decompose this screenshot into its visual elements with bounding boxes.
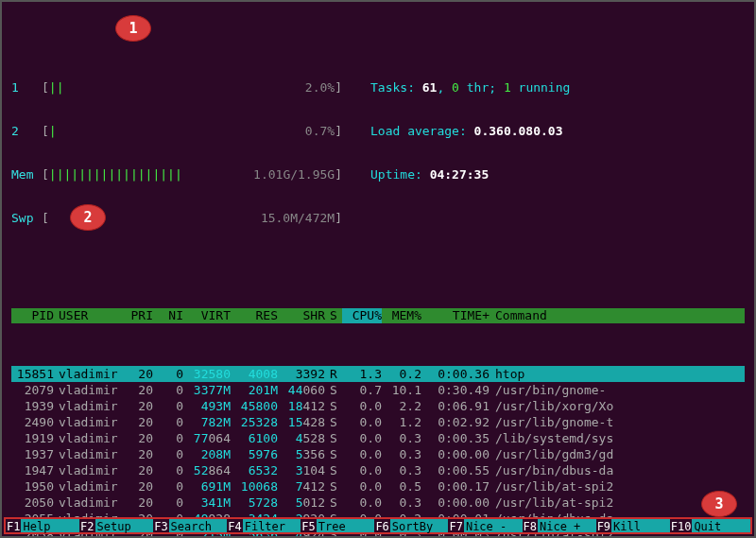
uptime-value: 04:27:35: [430, 167, 490, 182]
swp-meter: Swp[15.0M/472M]: [11, 211, 342, 226]
mem-bars: ||||||||||||||||||: [49, 167, 182, 182]
process-row[interactable]: 15851vladimir2003258040083392R1.30.20:00…: [11, 366, 745, 382]
process-row[interactable]: 2079vladimir2003377M201M44060S0.710.10:3…: [11, 382, 745, 398]
process-row[interactable]: 1919vladimir2007706461004528S0.00.30:00.…: [11, 430, 745, 446]
cpu1-label: 1: [11, 80, 42, 95]
mem-value: 1.01G/1.95G: [253, 167, 335, 182]
header-block: 1[||2.0%] 2[|0.7%] Mem[|||||||||||||||||…: [11, 52, 745, 254]
callout-3: 3: [701, 491, 737, 517]
tasks-thr: 0: [452, 80, 459, 95]
cpu1-meter: 1[||2.0%]: [11, 80, 342, 95]
fkey-f8[interactable]: F8: [523, 519, 538, 532]
hdr-res[interactable]: RES: [231, 308, 278, 323]
fkey-label-f4[interactable]: Filter: [243, 519, 301, 532]
hdr-user[interactable]: USER: [54, 308, 120, 323]
process-row[interactable]: 2490vladimir200782M2532815428S0.01.20:02…: [11, 414, 745, 430]
fkey-label-f1[interactable]: Help: [21, 519, 79, 532]
callout-2: 2: [70, 204, 106, 231]
fkey-label-f7[interactable]: Nice -: [464, 519, 523, 532]
mem-label: Mem: [11, 167, 42, 182]
hdr-pid[interactable]: PID: [11, 308, 54, 323]
fkey-label-f2[interactable]: Setup: [95, 519, 154, 532]
tasks-total: 61: [422, 80, 438, 95]
cpu1-bars: ||: [49, 80, 64, 95]
hdr-shr[interactable]: SHR: [278, 308, 325, 323]
uptime-label: Uptime:: [370, 167, 430, 182]
process-row[interactable]: 2050vladimir200341M57285012S0.00.30:00.0…: [11, 495, 745, 511]
cpu2-label: 2: [11, 124, 42, 139]
fkey-label-f6[interactable]: SortBy: [390, 519, 449, 532]
cpu2-meter: 2[|0.7%]: [11, 124, 342, 139]
load5: 0.08: [504, 124, 533, 139]
swp-label: Swp: [11, 211, 42, 226]
fkey-label-f8[interactable]: Nice +: [538, 519, 596, 532]
load1: 0.36: [474, 124, 504, 139]
fkey-label-f5[interactable]: Tree: [317, 519, 375, 532]
process-list[interactable]: 15851vladimir2003258040083392R1.30.20:00…: [11, 366, 745, 538]
hdr-mem[interactable]: MEM%: [382, 308, 421, 323]
fkey-f9[interactable]: F9: [596, 519, 611, 532]
cpu2-value: 0.7%: [305, 124, 335, 139]
fkey-f6[interactable]: F6: [374, 519, 389, 532]
process-header[interactable]: PID USER PRI NI VIRT RES SHR S CPU% MEM%…: [11, 308, 745, 323]
load-label: Load average:: [370, 124, 474, 139]
fkey-f3[interactable]: F3: [153, 519, 168, 532]
process-row[interactable]: 1939vladimir200493M4580018412S0.02.20:06…: [11, 398, 745, 414]
tasks-label: Tasks:: [370, 80, 422, 95]
load15: 0.03: [533, 124, 562, 139]
htop-window: 1[||2.0%] 2[|0.7%] Mem[|||||||||||||||||…: [2, 2, 754, 538]
fkey-label-f9[interactable]: Kill: [611, 519, 670, 532]
function-key-bar[interactable]: F1Help F2Setup F3SearchF4FilterF5Tree F6…: [4, 517, 752, 534]
hdr-ni[interactable]: NI: [153, 308, 183, 323]
callout-1: 1: [115, 15, 151, 42]
swp-value: 15.0M/472M: [261, 211, 335, 226]
hdr-cmd[interactable]: Command: [490, 308, 745, 323]
fkey-f10[interactable]: F10: [670, 519, 693, 532]
hdr-time[interactable]: TIME+: [421, 308, 490, 323]
mem-meter: Mem[||||||||||||||||||1.01G/1.95G]: [11, 167, 342, 182]
fkey-label-f3[interactable]: Search: [169, 519, 228, 532]
meters-panel: 1[||2.0%] 2[|0.7%] Mem[|||||||||||||||||…: [11, 52, 342, 254]
hdr-pri[interactable]: PRI: [120, 308, 153, 323]
cpu1-value: 2.0%: [305, 80, 335, 95]
process-row[interactable]: 1950vladimir200691M100687412S0.00.50:00.…: [11, 478, 745, 495]
process-row[interactable]: 1947vladimir2005286465323104S0.00.30:00.…: [11, 462, 745, 478]
hdr-cpu[interactable]: CPU%: [342, 308, 382, 323]
tasks-running: 1: [504, 80, 511, 95]
fkey-f7[interactable]: F7: [448, 519, 463, 532]
fkey-f1[interactable]: F1: [6, 519, 21, 532]
cpu2-bars: |: [49, 124, 57, 139]
fkey-label-f10[interactable]: Quit: [692, 519, 750, 532]
fkey-f4[interactable]: F4: [227, 519, 242, 532]
fkey-f2[interactable]: F2: [79, 519, 94, 532]
fkey-f5[interactable]: F5: [301, 519, 316, 532]
process-row[interactable]: 1937vladimir200208M59765356S0.00.30:00.0…: [11, 446, 745, 462]
hdr-s[interactable]: S: [325, 308, 342, 323]
system-info: Tasks: 61, 0 thr; 1 running Load average…: [370, 52, 570, 254]
hdr-virt[interactable]: VIRT: [183, 308, 231, 323]
